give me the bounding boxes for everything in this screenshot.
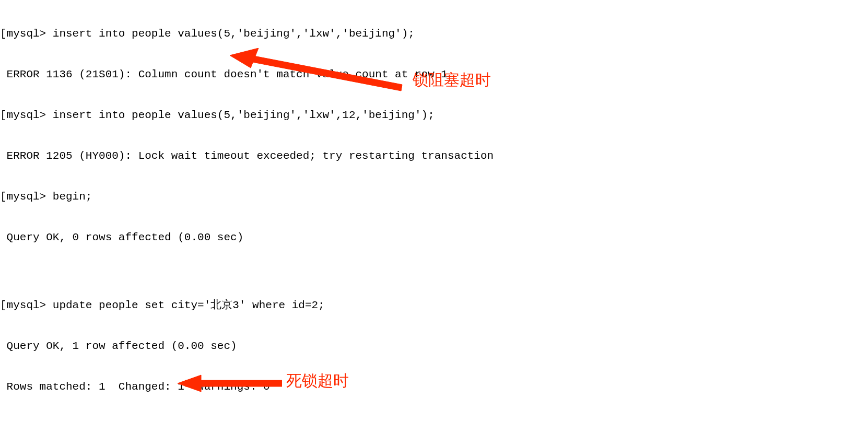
annotation-lock-timeout: 锁阻塞超时 (413, 73, 491, 87)
svg-marker-1 (230, 48, 259, 68)
terminal-line: Query OK, 0 rows affected (0.00 sec) (0, 231, 868, 244)
terminal-line: ERROR 1205 (HY000): Lock wait timeout ex… (0, 149, 868, 163)
arrow-icon (178, 374, 282, 395)
svg-marker-0 (239, 53, 402, 91)
svg-marker-3 (178, 375, 201, 392)
arrow-icon (230, 48, 407, 95)
terminal-line: [mysql> insert into people values(5,'bei… (0, 109, 868, 122)
terminal-line: [mysql> update people set city='北京3' whe… (0, 299, 868, 312)
annotation-deadlock-timeout: 死锁超时 (286, 374, 349, 388)
terminal-line: Rows matched: 1 Changed: 1 Warnings: 0 (0, 380, 868, 394)
terminal-line: [mysql> insert into people values(5,'bei… (0, 27, 868, 41)
terminal-output: [mysql> insert into people values(5,'bei… (0, 0, 868, 445)
terminal-line: Query OK, 1 row affected (0.00 sec) (0, 339, 868, 353)
terminal-line: [mysql> begin; (0, 190, 868, 204)
